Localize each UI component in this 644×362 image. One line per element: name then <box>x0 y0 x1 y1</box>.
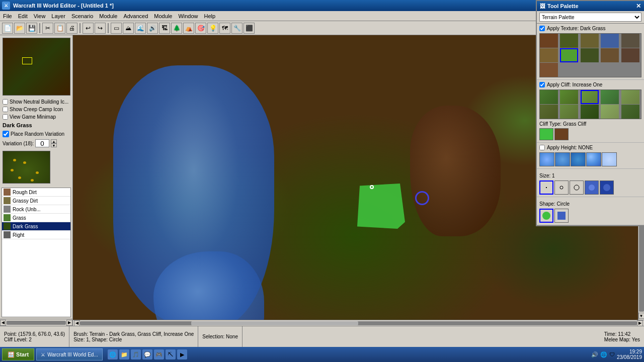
menu-layer[interactable]: Layer <box>48 12 68 20</box>
texture-cell-3[interactable] <box>581 34 599 48</box>
menu-advanced[interactable]: Advanced <box>120 12 151 20</box>
show-neutral-checkbox[interactable] <box>3 99 8 105</box>
texture-cell-11[interactable] <box>540 63 558 77</box>
cliff-cell-9[interactable] <box>601 105 619 119</box>
toolbar-settings[interactable]: 🔧 <box>231 23 243 34</box>
toolbar-redo[interactable]: ↪ <box>95 23 106 34</box>
variation-input[interactable] <box>35 139 49 147</box>
toolbar-extra[interactable]: ⬛ <box>244 23 255 34</box>
terrain-item-rough-dirt[interactable]: Rough Dirt <box>2 188 70 197</box>
cliff-cell-6[interactable] <box>540 105 558 119</box>
shape-cell-square[interactable] <box>554 209 569 223</box>
toolbar-open[interactable]: 📂 <box>14 23 25 34</box>
toolbar-water[interactable]: 🌊 <box>135 23 146 34</box>
height-cell-2[interactable] <box>555 152 570 166</box>
hscroll-left-arrow[interactable]: ◀ <box>74 320 80 326</box>
palette-type-select[interactable]: Terrain Palette <box>539 13 641 22</box>
toolbar-sound[interactable]: 🔊 <box>147 23 158 34</box>
toolbar-new[interactable]: 📄 <box>2 23 13 34</box>
toolbar-doodad[interactable]: 🏗 <box>159 23 170 34</box>
texture-cell-7[interactable] <box>560 48 578 62</box>
texture-cell-8[interactable] <box>581 48 599 62</box>
menu-module2[interactable]: Module <box>151 12 175 20</box>
terrain-item-grass[interactable]: Grass <box>2 214 70 222</box>
terrain-item-right[interactable]: Right <box>2 231 70 239</box>
toolbar-cut[interactable]: ✂ <box>42 23 53 34</box>
hscroll-right-arrow[interactable]: ▶ <box>637 320 643 326</box>
menu-window[interactable]: Window <box>175 12 201 20</box>
terrain-item-dark-grass[interactable]: Dark Grass <box>2 222 70 231</box>
cliff-cell-2[interactable] <box>560 90 578 104</box>
menu-help[interactable]: Help <box>201 12 219 20</box>
taskbar-game-icon[interactable]: 🎮 <box>154 349 164 359</box>
toolbar-save[interactable]: 💾 <box>26 23 37 34</box>
shape-cell-circle[interactable] <box>539 209 553 223</box>
toolbar-map[interactable]: 🗺 <box>219 23 230 34</box>
size-cell-4[interactable] <box>585 180 599 195</box>
texture-cell-9[interactable] <box>601 48 619 62</box>
size-cell-1[interactable] <box>539 180 553 195</box>
height-checkbox[interactable] <box>539 145 545 150</box>
texture-checkbox[interactable] <box>539 26 545 31</box>
toolbar-light[interactable]: 💡 <box>207 23 218 34</box>
cliff-cell-8[interactable] <box>581 105 599 119</box>
taskbar-music-icon[interactable]: 🎵 <box>131 349 141 359</box>
variation-up-button[interactable]: ▲ <box>51 139 57 143</box>
show-creep-checkbox[interactable] <box>3 107 8 112</box>
cliff-cell-7[interactable] <box>560 105 578 119</box>
menu-edit[interactable]: Edit <box>15 12 31 20</box>
cliff-type-grass[interactable] <box>539 128 553 140</box>
toolbar-item[interactable]: 🎯 <box>195 23 206 34</box>
height-cell-5[interactable] <box>602 152 617 166</box>
cliff-type-dirt[interactable] <box>554 128 569 140</box>
cliff-cell-4[interactable] <box>601 90 619 104</box>
toolbar-select[interactable]: ▭ <box>111 23 122 34</box>
texture-cell-5[interactable] <box>621 34 639 48</box>
hscroll-thumb[interactable] <box>191 321 358 325</box>
taskbar-files-icon[interactable]: 📁 <box>119 349 129 359</box>
texture-cell-2[interactable] <box>560 34 578 48</box>
cliff-checkbox[interactable] <box>539 82 545 87</box>
menu-file[interactable]: File <box>0 12 15 20</box>
tray-network-icon[interactable]: 🌐 <box>600 351 607 358</box>
texture-cell-1[interactable] <box>540 34 558 48</box>
tool-palette-close-button[interactable]: ✕ <box>636 3 641 10</box>
start-button[interactable]: 🪟 Start <box>2 348 34 360</box>
menu-module[interactable]: Module <box>96 12 120 20</box>
terrain-item-rock[interactable]: Rock (Unb... <box>2 205 70 214</box>
size-cell-5[interactable] <box>600 180 614 195</box>
tray-security-icon[interactable]: 🛡 <box>609 351 615 357</box>
variation-down-button[interactable]: ▼ <box>51 143 57 147</box>
cliff-cell-10[interactable] <box>621 105 639 119</box>
scroll-down-arrow[interactable]: ▼ <box>638 313 645 319</box>
height-cell-3[interactable] <box>571 152 586 166</box>
toolbar-copy[interactable]: 📋 <box>54 23 65 34</box>
taskbar-warcraft[interactable]: ⚔ Warcraft III World Ed... <box>36 348 103 360</box>
menu-view[interactable]: View <box>31 12 49 20</box>
taskbar-browser-icon[interactable]: 🌐 <box>108 349 118 359</box>
size-cell-2[interactable] <box>554 180 569 195</box>
cliff-cell-3[interactable] <box>581 90 599 104</box>
height-cell-1[interactable] <box>539 152 554 166</box>
scroll-right-button[interactable]: ▶ <box>66 320 72 326</box>
toolbar-terrain[interactable]: ⛰ <box>123 23 134 34</box>
texture-cell-10[interactable] <box>621 48 639 62</box>
cliff-cell-1[interactable] <box>540 90 558 104</box>
taskbar-craft-icon[interactable]: ⛏ <box>166 349 176 359</box>
taskbar-chat-icon[interactable]: 💬 <box>142 349 152 359</box>
menu-scenario[interactable]: Scenario <box>68 12 96 20</box>
toolbar-undo[interactable]: ↩ <box>83 23 94 34</box>
scroll-left-button[interactable]: ◀ <box>0 320 6 326</box>
cliff-cell-5[interactable] <box>621 90 639 104</box>
place-random-checkbox[interactable] <box>3 131 9 137</box>
tray-volume-icon[interactable]: 🔊 <box>591 351 598 358</box>
toolbar-print[interactable]: 🖨 <box>66 23 77 34</box>
toolbar-creep[interactable]: ⛺ <box>183 23 194 34</box>
texture-cell-4[interactable] <box>601 34 619 48</box>
view-minimap-checkbox[interactable] <box>3 114 8 120</box>
size-cell-3[interactable] <box>570 180 584 195</box>
terrain-item-grassy-dirt[interactable]: Grassy Dirt <box>2 197 70 205</box>
texture-cell-6[interactable] <box>540 48 558 62</box>
taskbar-media-icon[interactable]: ▶ <box>177 349 187 359</box>
toolbar-units[interactable]: 🌲 <box>171 23 182 34</box>
